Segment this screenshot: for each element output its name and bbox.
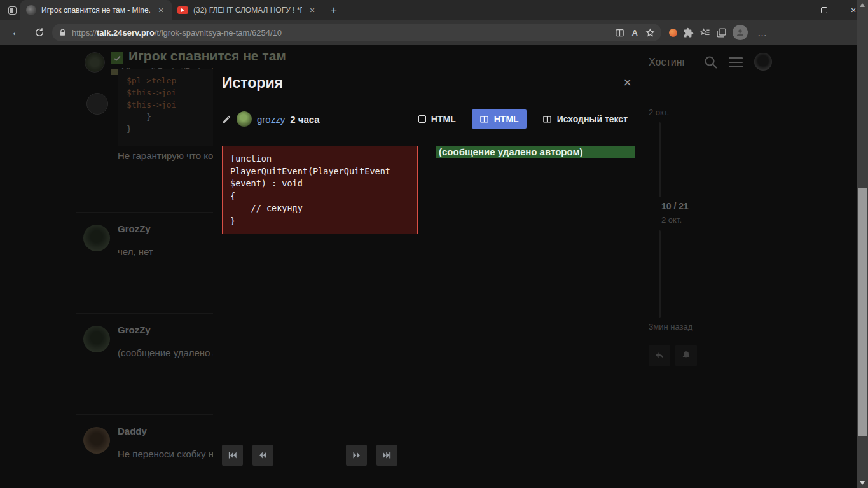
tab-title: (32) ГЛЕНТ СЛОМАЛ НОГУ ! *П...	[193, 6, 302, 15]
revision-author-avatar[interactable]	[237, 111, 252, 127]
next-revision-button[interactable]	[346, 445, 367, 466]
back-button[interactable]: ←	[6, 23, 27, 42]
site-favicon	[26, 5, 36, 15]
url-host: talk.24serv.pro	[97, 28, 155, 38]
inserted-text: (сообщение удалено автором)	[436, 146, 635, 158]
modal-header: История ×	[222, 74, 635, 92]
scrollbar-thumb[interactable]	[858, 188, 867, 436]
profile-avatar[interactable]	[733, 25, 748, 40]
tab-actions-icon	[8, 6, 17, 15]
close-modal-button[interactable]: ×	[619, 74, 635, 91]
scroll-up-icon[interactable]	[860, 3, 865, 7]
new-tab-button[interactable]: +	[323, 4, 345, 17]
lock-icon[interactable]	[59, 29, 67, 37]
collections-icon[interactable]	[716, 27, 727, 38]
url-text: https://talk.24serv.pro/t/igrok-spavnits…	[72, 28, 610, 38]
skip-to-first-icon	[228, 450, 237, 460]
modal-title: История	[222, 74, 283, 92]
toolbar-right: …	[669, 25, 771, 40]
settings-more-icon[interactable]: …	[754, 27, 771, 38]
view-mode-html-inline[interactable]: HTML	[411, 109, 464, 129]
revision-time: 2 часа	[290, 114, 319, 125]
read-aloud-icon[interactable]: A	[632, 28, 638, 38]
first-revision-button[interactable]	[222, 445, 243, 466]
url-protocol: https://	[72, 28, 97, 38]
diff-previous-version: function PlayerQuitEvent(PlayerQuitEvent…	[222, 146, 418, 234]
tab-actions-button[interactable]	[4, 3, 20, 18]
person-icon	[735, 27, 745, 38]
address-bar[interactable]: https://talk.24serv.pro/t/igrok-spavnits…	[52, 24, 661, 41]
fast-backward-icon	[258, 450, 268, 460]
extension-icon[interactable]	[669, 29, 677, 37]
tab-strip: Игрок спавнится не там - Mine... × (32) …	[0, 0, 868, 20]
extensions-puzzle-icon[interactable]	[683, 27, 694, 38]
page-scrollbar[interactable]	[857, 0, 868, 488]
refresh-button[interactable]	[29, 23, 50, 42]
refresh-icon	[34, 27, 45, 38]
tab-youtube[interactable]: (32) ГЛЕНТ СЛОМАЛ НОГУ ! *П... ×	[172, 0, 323, 20]
forum-page: Игрок спавнится не там Minecraft Pocket/…	[0, 45, 868, 488]
browser-window: Игрок спавнится не там - Mine... × (32) …	[0, 0, 868, 488]
tab-close-icon[interactable]: ×	[307, 5, 317, 15]
tab-forum[interactable]: Игрок спавнится не там - Mine... ×	[20, 0, 172, 20]
revision-bar: grozzy 2 часа HTML HTML	[222, 109, 635, 129]
view-mode-raw[interactable]: Исходный текст	[535, 109, 635, 129]
view-mode-html-side-by-side[interactable]: HTML	[472, 109, 527, 129]
history-modal: История × grozzy 2 часа HTML	[213, 67, 644, 472]
pencil-icon	[222, 115, 231, 124]
skip-to-last-icon	[382, 450, 392, 460]
scroll-down-icon[interactable]	[860, 481, 865, 485]
maximize-button[interactable]	[809, 0, 839, 20]
revision-author-link[interactable]: grozzy	[257, 114, 285, 125]
window-controls: – ×	[780, 0, 868, 20]
address-bar-icons: A	[615, 28, 655, 38]
url-path: /t/igrok-spavnitsya-ne-tam/6254/10	[155, 28, 282, 38]
tab-title: Игрок спавнится не там - Mine...	[41, 6, 151, 15]
diff-comparison: function PlayerQuitEvent(PlayerQuitEvent…	[222, 137, 635, 436]
split-screen-icon[interactable]	[615, 28, 624, 38]
maximize-icon	[821, 7, 827, 13]
checkbox-icon	[418, 115, 426, 123]
view-mode-group: HTML HTML Исходный текст	[411, 109, 635, 129]
favorites-hub-icon[interactable]	[699, 27, 710, 38]
youtube-favicon	[177, 6, 188, 14]
columns-icon	[542, 115, 552, 124]
diff-new-version: (сообщение удалено автором)	[436, 146, 635, 158]
fast-forward-icon	[352, 450, 361, 460]
columns-icon	[479, 115, 489, 124]
last-revision-button[interactable]	[376, 445, 397, 466]
tab-close-icon[interactable]: ×	[156, 5, 166, 15]
removed-code-block: function PlayerQuitEvent(PlayerQuitEvent…	[222, 146, 418, 234]
previous-revision-button[interactable]	[252, 445, 273, 466]
pagination-bar	[222, 436, 635, 466]
navigation-bar: ← https://talk.24serv.pro/t/igrok-spavni…	[0, 20, 868, 45]
minimize-button[interactable]: –	[780, 0, 809, 20]
favorites-star-icon[interactable]	[645, 28, 655, 38]
